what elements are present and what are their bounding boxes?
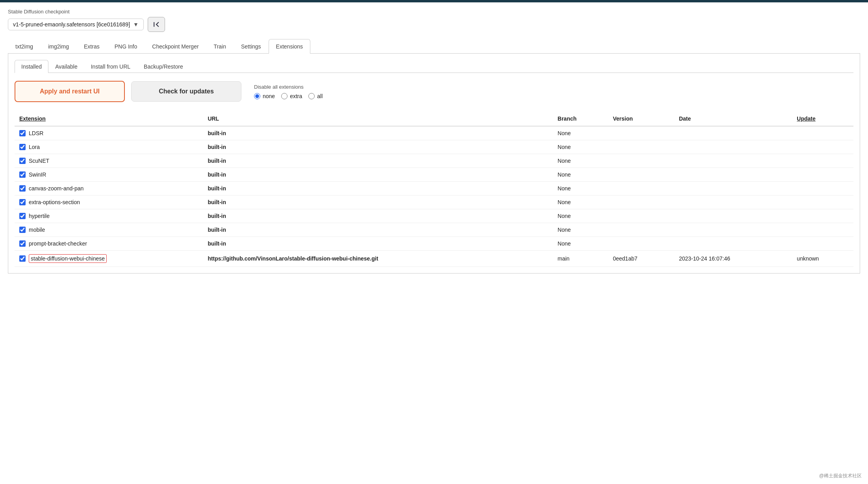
table-row: canvas-zoom-and-panbuilt-inNone (15, 182, 853, 195)
ext-branch: None (553, 154, 608, 168)
ext-url: built-in (203, 237, 553, 251)
ext-version: 0eed1ab7 (608, 251, 674, 267)
radio-group: noneextraall (254, 93, 323, 99)
ext-name-label: LDSR (29, 130, 43, 136)
radio-all[interactable]: all (308, 93, 323, 99)
ext-checkbox-9[interactable] (19, 255, 26, 262)
ext-checkbox-4[interactable] (19, 185, 26, 192)
ext-version (608, 195, 674, 209)
sub-tab-available[interactable]: Available (48, 60, 84, 73)
actions-row: Apply and restart UI Check for updates D… (15, 81, 853, 102)
ext-checkbox-7[interactable] (19, 227, 26, 233)
apply-restart-button[interactable]: Apply and restart UI (15, 81, 125, 102)
checkpoint-row: v1-5-pruned-emaonly.safetensors [6ce0161… (8, 17, 860, 32)
table-row: LDSRbuilt-inNone (15, 126, 853, 140)
ext-date (674, 126, 792, 140)
ext-date (674, 195, 792, 209)
disable-extensions-label: Disable all extensions (254, 84, 323, 90)
ext-update (792, 168, 853, 182)
sub-tabs: InstalledAvailableInstall from URLBackup… (15, 60, 853, 73)
checkpoint-label: Stable Diffusion checkpoint (8, 9, 860, 15)
ext-checkbox-1[interactable] (19, 144, 26, 150)
checkpoint-value: v1-5-pruned-emaonly.safetensors [6ce0161… (13, 21, 130, 28)
ext-update (792, 154, 853, 168)
radio-input-none[interactable] (254, 93, 260, 99)
ext-branch: None (553, 223, 608, 237)
table-row: ScuNETbuilt-inNone (15, 154, 853, 168)
disable-extensions-group: Disable all extensions noneextraall (254, 84, 323, 99)
sub-tab-backup_restore[interactable]: Backup/Restore (137, 60, 190, 73)
main-tab-txt2img[interactable]: txt2img (8, 39, 41, 54)
radio-none[interactable]: none (254, 93, 275, 99)
ext-name-label: prompt-bracket-checker (29, 240, 87, 247)
main-tab-extensions[interactable]: Extensions (269, 39, 310, 54)
ext-name-label: canvas-zoom-and-pan (29, 185, 83, 192)
radio-label-extra: extra (290, 93, 302, 99)
ext-update (792, 182, 853, 195)
ext-update (792, 140, 853, 154)
checkpoint-select[interactable]: v1-5-pruned-emaonly.safetensors [6ce0161… (8, 19, 144, 30)
ext-update (792, 195, 853, 209)
ext-url: https://github.com/VinsonLaro/stable-dif… (203, 251, 553, 267)
table-row: Lorabuilt-inNone (15, 140, 853, 154)
radio-label-all: all (317, 93, 323, 99)
ext-checkbox-3[interactable] (19, 171, 26, 178)
ext-update (792, 209, 853, 223)
ext-date (674, 209, 792, 223)
ext-update (792, 237, 853, 251)
radio-input-all[interactable] (308, 93, 315, 99)
radio-extra[interactable]: extra (281, 93, 302, 99)
radio-input-extra[interactable] (281, 93, 287, 99)
ext-checkbox-5[interactable] (19, 199, 26, 205)
check-updates-button[interactable]: Check for updates (131, 81, 241, 102)
chevron-down-icon: ▼ (133, 21, 139, 28)
col-header-url: URL (203, 112, 553, 126)
content-area: InstalledAvailableInstall from URLBackup… (8, 54, 860, 274)
ext-branch: None (553, 182, 608, 195)
main-tab-png_info[interactable]: PNG Info (107, 39, 145, 54)
ext-branch: None (553, 195, 608, 209)
end-button[interactable] (148, 17, 165, 32)
sub-tab-install_from_url[interactable]: Install from URL (84, 60, 137, 73)
main-tab-train[interactable]: Train (206, 39, 234, 54)
ext-version (608, 182, 674, 195)
ext-date (674, 182, 792, 195)
main-tab-settings[interactable]: Settings (234, 39, 269, 54)
ext-url: built-in (203, 168, 553, 182)
ext-url: built-in (203, 126, 553, 140)
ext-checkbox-0[interactable] (19, 130, 26, 136)
ext-url: built-in (203, 140, 553, 154)
ext-checkbox-2[interactable] (19, 158, 26, 164)
ext-date: 2023-10-24 16:07:46 (674, 251, 792, 267)
ext-branch: None (553, 237, 608, 251)
col-header-date: Date (674, 112, 792, 126)
ext-checkbox-8[interactable] (19, 240, 26, 247)
table-row: mobilebuilt-inNone (15, 223, 853, 237)
col-header-version: Version (608, 112, 674, 126)
table-row: stable-diffusion-webui-chinesehttps://gi… (15, 251, 853, 267)
ext-url: built-in (203, 195, 553, 209)
ext-date (674, 140, 792, 154)
ext-checkbox-6[interactable] (19, 213, 26, 219)
col-header-extension[interactable]: Extension (15, 112, 203, 126)
table-row: prompt-bracket-checkerbuilt-inNone (15, 237, 853, 251)
ext-name-label: SwinIR (29, 171, 46, 178)
ext-name-label: stable-diffusion-webui-chinese (29, 254, 107, 263)
ext-url: built-in (203, 182, 553, 195)
main-tab-extras[interactable]: Extras (76, 39, 107, 54)
col-header-update[interactable]: Update (792, 112, 853, 126)
ext-version (608, 168, 674, 182)
ext-name-label: mobile (29, 227, 45, 233)
ext-branch: None (553, 168, 608, 182)
ext-version (608, 140, 674, 154)
main-tab-checkpoint_merger[interactable]: Checkpoint Merger (145, 39, 206, 54)
ext-version (608, 154, 674, 168)
sub-tab-installed[interactable]: Installed (15, 60, 48, 73)
ext-version (608, 237, 674, 251)
table-row: hypertilebuilt-inNone (15, 209, 853, 223)
main-tab-img2img[interactable]: img2img (41, 39, 76, 54)
ext-branch: None (553, 209, 608, 223)
ext-date (674, 237, 792, 251)
ext-name-label: ScuNET (29, 158, 49, 164)
table-row: SwinIRbuilt-inNone (15, 168, 853, 182)
